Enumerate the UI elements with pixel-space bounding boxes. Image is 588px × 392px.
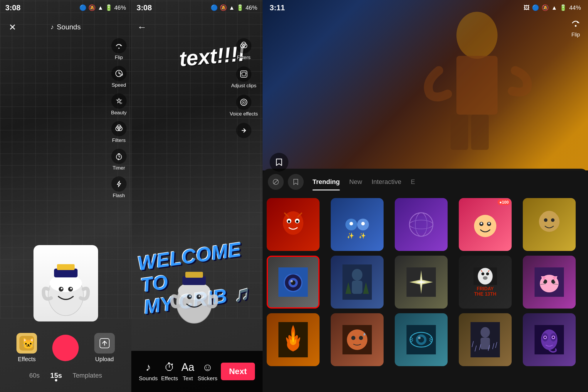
right-tools-panel1: Flip off Speed off Beauty — [111, 38, 127, 199]
toolbar-text[interactable]: Aa Text — [181, 361, 194, 382]
effect-icon-7 — [331, 256, 384, 309]
effects-icon: 🐱 — [16, 333, 37, 354]
effect-cell-2[interactable]: ✨ ✨ — [331, 198, 384, 251]
friday-content: FRIDAYTHE 13TH — [459, 256, 512, 309]
bookmark-button[interactable] — [270, 153, 288, 172]
effect-cell-15[interactable] — [523, 313, 576, 366]
stickers-label: Stickers — [198, 375, 218, 382]
beauty-icon: off — [111, 93, 127, 109]
effect-cell-1[interactable] — [267, 198, 320, 251]
effect-cell-10[interactable] — [523, 256, 576, 309]
tool-filters[interactable]: Filters — [111, 121, 127, 143]
flash-label: Flash — [113, 193, 125, 199]
tool-flip[interactable]: Flip — [111, 38, 127, 61]
svg-point-36 — [456, 12, 498, 59]
svg-point-94 — [418, 337, 421, 339]
top-bar-2: ← — [131, 15, 263, 39]
effect-cell-11[interactable] — [267, 313, 320, 366]
tab-interactive[interactable]: Interactive — [367, 175, 406, 189]
svg-point-0 — [118, 48, 120, 49]
sounds-icon: ♪ — [146, 361, 151, 373]
toolbar-stickers[interactable]: ☺ Stickers — [198, 361, 218, 382]
svg-point-65 — [551, 218, 555, 222]
record-button[interactable] — [52, 335, 79, 361]
effect-cell-13[interactable] — [395, 313, 448, 366]
voice-icon — [236, 95, 251, 110]
battery-percent-3: 44% — [569, 4, 581, 11]
filter-ban-icon[interactable] — [268, 174, 284, 190]
svg-point-50 — [350, 222, 353, 225]
svg-point-89 — [359, 336, 363, 340]
flip-button-3[interactable]: Flip — [570, 18, 581, 38]
status-bar-2: 3:08 🔵 🔕 ▲ 🔋 46% — [131, 0, 263, 15]
effect-icon-12 — [331, 313, 384, 366]
svg-text:off: off — [120, 102, 122, 105]
tool-flash[interactable]: Flash — [111, 176, 127, 199]
toolbar-sounds[interactable]: ♪ Sounds — [139, 361, 158, 382]
duration-templates[interactable]: Templates — [73, 372, 102, 379]
duration-15s[interactable]: 15s — [50, 371, 62, 380]
filter-tabs: Trending New Interactive E — [263, 169, 588, 190]
panel-effects-browse: 3:11 🖼 🔵 🔕 ▲ 🔋 44% Flip — [263, 0, 588, 392]
flip-label: Flip — [115, 55, 123, 61]
battery-icon-2: 🔋 — [236, 4, 244, 11]
effects-button[interactable]: 🐱 Effects — [16, 333, 37, 363]
upload-label: Upload — [95, 356, 114, 363]
tab-more[interactable]: E — [406, 175, 420, 189]
svg-rect-38 — [451, 115, 468, 150]
next-button[interactable]: Next — [221, 363, 255, 380]
effect-cell-5[interactable] — [523, 198, 576, 251]
effect-cell-6[interactable] — [267, 256, 320, 309]
upload-button[interactable]: Upload — [94, 333, 115, 363]
right-tools-panel2: Filters Adjust clips Voice — [230, 38, 258, 138]
tool-speed[interactable]: off Speed — [111, 66, 127, 88]
svg-point-57 — [412, 216, 430, 233]
tool-timer[interactable]: 3 Timer — [111, 149, 127, 171]
effect-icon-3 — [395, 198, 448, 251]
battery-icon: 🔋 — [105, 4, 112, 11]
svg-point-96 — [481, 327, 490, 338]
top-bar-1: ✕ ♪ Sounds — [0, 15, 131, 39]
filters-icon-2 — [236, 38, 251, 53]
sounds-header[interactable]: ♪ Sounds — [51, 23, 80, 31]
svg-point-51 — [361, 222, 365, 225]
effect-cell-4[interactable]: ●100 — [459, 198, 512, 251]
bluetooth-icon-3: 🔵 — [532, 4, 539, 11]
svg-rect-97 — [481, 338, 490, 349]
svg-point-71 — [290, 280, 293, 282]
effect-icon-5 — [523, 198, 576, 251]
filter-bookmark-icon[interactable] — [288, 174, 304, 190]
flash-icon — [111, 176, 127, 192]
text-label: Text — [183, 375, 193, 382]
tool-filters-2[interactable]: Filters — [230, 38, 258, 61]
effect-cell-8[interactable] — [395, 256, 448, 309]
svg-text:🐱: 🐱 — [22, 337, 34, 350]
svg-rect-31 — [241, 71, 247, 77]
effects-grid-row1: ✨ ✨ — [263, 193, 588, 256]
tool-beauty[interactable]: off Beauty — [111, 93, 127, 116]
tab-new[interactable]: New — [345, 175, 367, 189]
tool-adjust[interactable]: Adjust clips — [230, 66, 258, 89]
status-time-2: 3:08 — [137, 3, 152, 12]
effect-cell-12[interactable] — [331, 313, 384, 366]
tool-more[interactable] — [230, 123, 258, 138]
tool-voice[interactable]: Voice effects — [230, 95, 258, 117]
filters-label-2: Filters — [237, 55, 251, 61]
tab-more-label: E — [411, 178, 415, 185]
close-button[interactable]: ✕ — [6, 21, 19, 33]
effect-cell-7[interactable] — [331, 256, 384, 309]
effect-cell-9[interactable]: FRIDAYTHE 13TH — [459, 256, 512, 309]
badge-100: ●100 — [498, 199, 510, 205]
toolbar-effects[interactable]: ⏱ Effects — [161, 361, 178, 382]
sounds-label-text: Sounds — [57, 23, 80, 31]
tab-trending[interactable]: Trending — [308, 175, 345, 189]
svg-point-35 — [243, 102, 244, 103]
duration-60s[interactable]: 60s — [29, 372, 40, 379]
effect-cell-14[interactable] — [459, 313, 512, 366]
flip-icon — [111, 38, 127, 53]
back-button[interactable]: ← — [137, 22, 147, 33]
effects-panel: Trending New Interactive E — [263, 169, 588, 392]
effect-cell-3[interactable] — [395, 198, 448, 251]
svg-point-88 — [351, 336, 355, 340]
svg-point-47 — [296, 220, 298, 223]
